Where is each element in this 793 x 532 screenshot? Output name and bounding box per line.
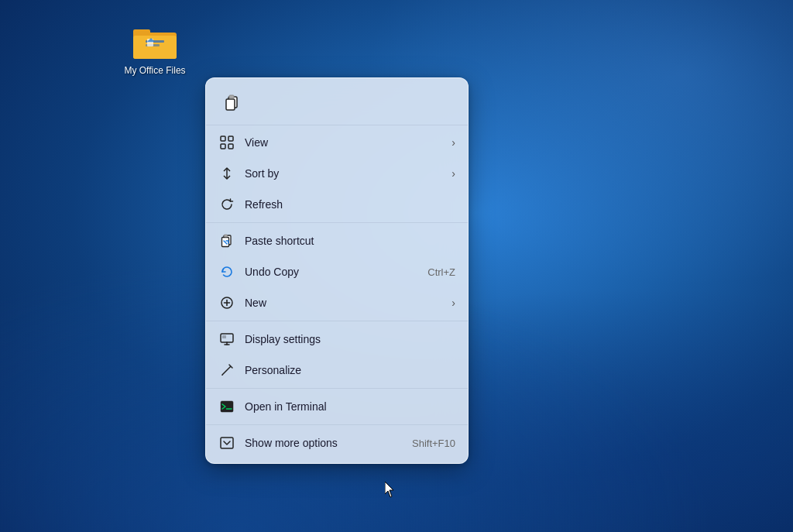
svg-rect-28 — [221, 438, 233, 448]
svg-rect-2 — [133, 36, 177, 59]
new-label: New — [245, 297, 451, 309]
view-label: View — [245, 136, 451, 149]
new-icon — [218, 294, 235, 311]
divider-2 — [206, 321, 468, 321]
menu-section-2: Paste shortcut Undo Copy Ctrl+Z — [206, 225, 468, 318]
personalize-icon — [218, 362, 235, 379]
svg-rect-10 — [221, 136, 225, 141]
menu-section-1: View › Sort by › — [206, 127, 468, 220]
divider-4 — [206, 424, 468, 425]
menu-item-new[interactable]: New › — [206, 287, 468, 318]
display-settings-label: Display settings — [245, 333, 455, 345]
undo-copy-shortcut: Ctrl+Z — [427, 266, 455, 278]
menu-section-4: Open in Terminal — [206, 391, 468, 422]
svg-rect-12 — [221, 144, 225, 149]
folder-label: My Office Files — [124, 65, 185, 77]
menu-item-open-terminal[interactable]: Open in Terminal — [206, 391, 468, 422]
menu-item-paste-shortcut[interactable]: Paste shortcut — [206, 225, 468, 256]
refresh-icon — [218, 196, 235, 213]
terminal-icon — [218, 398, 235, 415]
open-terminal-label: Open in Terminal — [245, 400, 455, 413]
menu-item-personalize[interactable]: Personalize — [206, 355, 468, 386]
paste-icon — [224, 94, 241, 112]
svg-rect-1 — [133, 29, 150, 36]
context-menu: View › Sort by › — [205, 77, 469, 464]
paste-shortcut-label: Paste shortcut — [245, 235, 455, 247]
desktop: My Office Files — [0, 0, 793, 532]
svg-rect-11 — [228, 136, 233, 141]
sort-by-arrow: › — [451, 167, 455, 180]
svg-rect-8 — [226, 99, 235, 110]
mouse-cursor — [385, 482, 397, 499]
paste-icon-button[interactable] — [218, 89, 246, 117]
undo-copy-label: Undo Copy — [245, 266, 412, 278]
menu-top-icon-row — [206, 83, 468, 125]
menu-item-display-settings[interactable]: Display settings — [206, 324, 468, 355]
view-icon — [218, 134, 235, 151]
display-icon — [218, 331, 235, 348]
show-more-icon — [218, 434, 235, 451]
svg-rect-9 — [229, 95, 234, 98]
svg-rect-26 — [221, 401, 233, 412]
show-more-label: Show more options — [245, 437, 396, 449]
menu-item-show-more[interactable]: Show more options Shift+F10 — [206, 427, 468, 458]
show-more-shortcut: Shift+F10 — [412, 438, 455, 449]
divider-3 — [206, 388, 468, 389]
new-arrow: › — [451, 297, 455, 309]
menu-section-3: Display settings Personalize — [206, 324, 468, 386]
svg-rect-13 — [228, 144, 233, 149]
menu-item-undo-copy[interactable]: Undo Copy Ctrl+Z — [206, 256, 468, 287]
svg-rect-25 — [222, 335, 226, 338]
menu-item-sort-by[interactable]: Sort by › — [206, 158, 468, 189]
divider-1 — [206, 222, 468, 223]
sort-by-label: Sort by — [245, 167, 451, 180]
personalize-label: Personalize — [245, 364, 455, 376]
menu-item-refresh[interactable]: Refresh — [206, 189, 468, 220]
desktop-folder[interactable]: My Office Files — [124, 23, 186, 77]
refresh-label: Refresh — [245, 198, 455, 211]
undo-icon — [218, 263, 235, 280]
menu-item-view[interactable]: View › — [206, 127, 468, 158]
paste-shortcut-icon — [218, 232, 235, 249]
folder-icon — [132, 23, 178, 62]
svg-rect-17 — [225, 235, 228, 237]
view-arrow: › — [451, 136, 455, 149]
sort-icon — [218, 165, 235, 182]
menu-section-5: Show more options Shift+F10 — [206, 427, 468, 458]
